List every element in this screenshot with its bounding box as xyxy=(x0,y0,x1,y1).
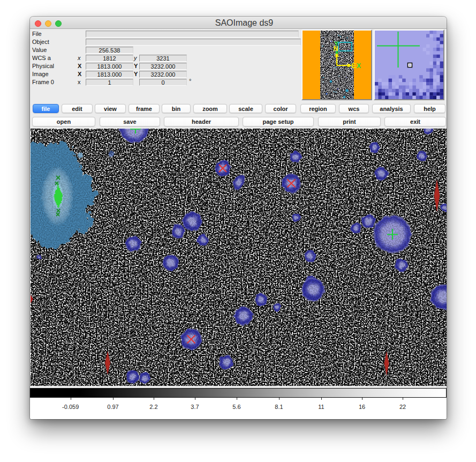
svg-text:E: E xyxy=(352,62,356,70)
svg-text:N: N xyxy=(334,45,338,53)
svg-text:X: X xyxy=(357,62,361,70)
